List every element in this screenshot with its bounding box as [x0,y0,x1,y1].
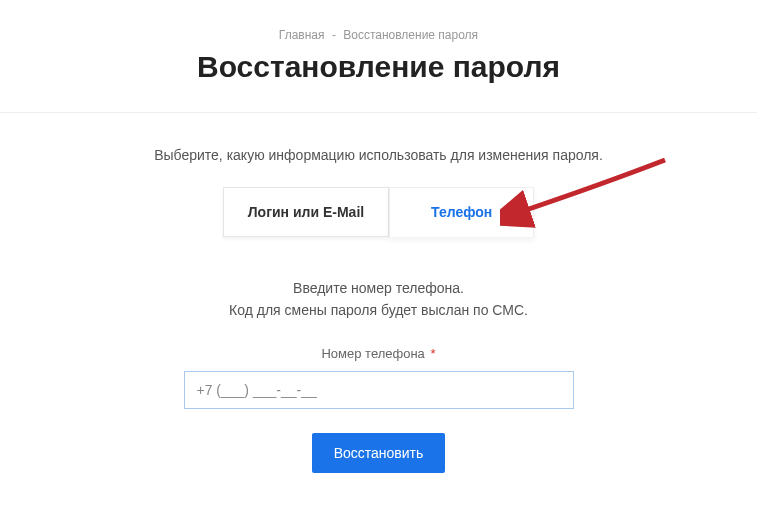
phone-label-text: Номер телефона [321,346,424,361]
button-wrapper: Восстановить [0,433,757,473]
phone-desc-line1: Введите номер телефона. [0,277,757,299]
phone-field-label: Номер телефона * [0,346,757,361]
breadcrumb-current: Восстановление пароля [343,28,478,42]
input-wrapper [0,371,757,409]
breadcrumb-separator: - [332,28,336,42]
restore-button[interactable]: Восстановить [312,433,446,473]
phone-input[interactable] [184,371,574,409]
required-mark: * [430,346,435,361]
tabs-container: Логин или E-Mail Телефон [0,187,757,237]
phone-description: Введите номер телефона. Код для смены па… [0,277,757,322]
tab-phone[interactable]: Телефон [389,187,534,237]
tab-login-email[interactable]: Логин или E-Mail [223,187,389,237]
page-title: Восстановление пароля [0,50,757,112]
phone-desc-line2: Код для смены пароля будет выслан по СМС… [0,299,757,321]
breadcrumb-home-link[interactable]: Главная [279,28,325,42]
breadcrumb: Главная - Восстановление пароля [0,0,757,50]
instruction-text: Выберите, какую информацию использовать … [0,113,757,187]
